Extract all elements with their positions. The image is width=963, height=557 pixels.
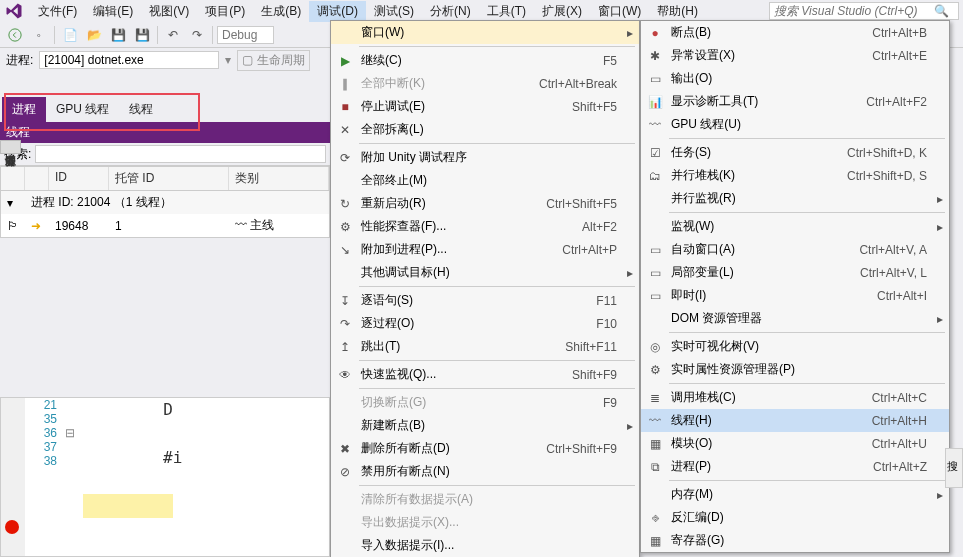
menu-view[interactable]: 视图(V) — [141, 1, 197, 22]
fold-column[interactable]: ⊟ — [65, 398, 83, 556]
menu-item[interactable]: ↻重新启动(R)Ctrl+Shift+F5 — [331, 192, 639, 215]
menu-label: 快速监视(Q)... — [357, 366, 572, 383]
current-arrow-icon: ➜ — [25, 219, 49, 233]
menu-build[interactable]: 生成(B) — [253, 1, 309, 22]
col-mid[interactable]: 托管 ID — [109, 167, 229, 190]
menu-item[interactable]: ▦模块(O)Ctrl+Alt+U — [641, 432, 949, 455]
menu-edit[interactable]: 编辑(E) — [85, 1, 141, 22]
menu-item[interactable]: 👁快速监视(Q)...Shift+F9 — [331, 363, 639, 386]
menu-item[interactable]: ⚙性能探查器(F)...Alt+F2 — [331, 215, 639, 238]
menu-label: 导出数据提示(X)... — [357, 514, 617, 531]
menu-item[interactable]: 窗口(W)▸ — [331, 21, 639, 44]
menu-item[interactable]: DOM 资源管理器▸ — [641, 307, 949, 330]
menu-item[interactable]: ☑任务(S)Ctrl+Shift+D, K — [641, 141, 949, 164]
nav-back-icon[interactable] — [4, 24, 26, 46]
menu-item[interactable]: ◎实时可视化树(V) — [641, 335, 949, 358]
redo-icon[interactable]: ↷ — [186, 24, 208, 46]
save-icon[interactable]: 💾 — [107, 24, 129, 46]
menu-item[interactable]: 〰线程(H)Ctrl+Alt+H — [641, 409, 949, 432]
menu-shortcut: Ctrl+Alt+V, A — [859, 243, 931, 257]
menu-test[interactable]: 测试(S) — [366, 1, 422, 22]
menu-item[interactable]: ≣调用堆栈(C)Ctrl+Alt+C — [641, 386, 949, 409]
col-id[interactable]: ID — [49, 167, 109, 190]
search-input[interactable] — [774, 4, 934, 18]
menu-item[interactable]: ■停止调试(E)Shift+F5 — [331, 95, 639, 118]
threads-grid: ID 托管 ID 类别 ▾进程 ID: 21004 （1 线程） 🏳 ➜ 196… — [0, 166, 330, 238]
grid-search-input[interactable] — [35, 145, 326, 163]
menu-debug[interactable]: 调试(D) — [309, 1, 366, 22]
menu-item[interactable]: 📊显示诊断工具(T)Ctrl+Alt+F2 — [641, 90, 949, 113]
menu-item[interactable]: ▭自动窗口(A)Ctrl+Alt+V, A — [641, 238, 949, 261]
menu-item[interactable]: ▦寄存器(G) — [641, 529, 949, 552]
flag-icon[interactable]: 🏳 — [1, 219, 25, 233]
menu-item[interactable]: ↷逐过程(O)F10 — [331, 312, 639, 335]
group-row[interactable]: ▾进程 ID: 21004 （1 线程） — [1, 191, 329, 214]
menu-item[interactable]: ⟳附加 Unity 调试程序 — [331, 146, 639, 169]
tab-process[interactable]: 进程 — [2, 97, 46, 122]
menu-item[interactable]: ⊘禁用所有断点(N) — [331, 460, 639, 483]
menu-help[interactable]: 帮助(H) — [649, 1, 706, 22]
menu-extensions[interactable]: 扩展(X) — [534, 1, 590, 22]
menu-tools[interactable]: 工具(T) — [479, 1, 534, 22]
lifecycle-button[interactable]: ▢ 生命周期 — [237, 50, 309, 71]
menu-shortcut: Ctrl+Shift+F9 — [546, 442, 621, 456]
config-select[interactable]: Debug — [217, 26, 274, 44]
breakpoint-icon[interactable] — [5, 520, 19, 534]
menu-item[interactable]: 🗂并行堆栈(K)Ctrl+Shift+D, S — [641, 164, 949, 187]
tab-gpu-threads[interactable]: GPU 线程 — [46, 97, 119, 122]
menu-item[interactable]: 并行监视(R)▸ — [641, 187, 949, 210]
table-row[interactable]: 🏳 ➜ 19648 1 〰 主线 — [1, 214, 329, 237]
menu-item[interactable]: ▭输出(O) — [641, 67, 949, 90]
menu-item[interactable]: 内存(M)▸ — [641, 483, 949, 506]
new-icon[interactable]: 📄 — [59, 24, 81, 46]
menu-item[interactable]: ⎆反汇编(D) — [641, 506, 949, 529]
menu-item[interactable]: 〰GPU 线程(U) — [641, 113, 949, 136]
tab-threads[interactable]: 线程 — [119, 97, 163, 122]
menu-label: 任务(S) — [667, 144, 847, 161]
menu-icon: 👁 — [333, 368, 357, 382]
menu-item[interactable]: ↥跳出(T)Shift+F11 — [331, 335, 639, 358]
menu-item[interactable]: ✕全部拆离(L) — [331, 118, 639, 141]
menu-item[interactable]: ⚙实时属性资源管理器(P) — [641, 358, 949, 381]
menu-file[interactable]: 文件(F) — [30, 1, 85, 22]
menu-label: 自动窗口(A) — [667, 241, 859, 258]
menu-item[interactable]: 其他调试目标(H)▸ — [331, 261, 639, 284]
menu-item[interactable]: ↘附加到进程(P)...Ctrl+Alt+P — [331, 238, 639, 261]
pane-tabs: 进程 GPU 线程 线程 线程 — [0, 95, 330, 143]
undo-icon[interactable]: ↶ — [162, 24, 184, 46]
open-icon[interactable]: 📂 — [83, 24, 105, 46]
menu-item[interactable]: ✱异常设置(X)Ctrl+Alt+E — [641, 44, 949, 67]
right-side-tab[interactable]: 搜 — [945, 448, 963, 488]
menu-label: 切换断点(G) — [357, 394, 603, 411]
menu-item[interactable]: ●断点(B)Ctrl+Alt+B — [641, 21, 949, 44]
menu-item[interactable]: ▭即时(I)Ctrl+Alt+I — [641, 284, 949, 307]
menu-item[interactable]: 新建断点(B)▸ — [331, 414, 639, 437]
menu-window[interactable]: 窗口(W) — [590, 1, 649, 22]
side-tab[interactable]: 服务器资源管理 — [0, 140, 21, 154]
menu-icon: 〰 — [643, 414, 667, 428]
menu-analyze[interactable]: 分析(N) — [422, 1, 479, 22]
menu-item[interactable]: ⧉进程(P)Ctrl+Alt+Z — [641, 455, 949, 478]
menu-separator — [359, 388, 635, 389]
menu-item[interactable]: 全部终止(M) — [331, 169, 639, 192]
menu-icon: ⊘ — [333, 465, 357, 479]
menu-item[interactable]: ▶继续(C)F5 — [331, 49, 639, 72]
quick-search[interactable]: 🔍 — [769, 2, 959, 20]
menu-item[interactable]: 监视(W)▸ — [641, 215, 949, 238]
menu-icon: ⚙ — [333, 220, 357, 234]
nav-fwd-icon[interactable]: ◦ — [28, 24, 50, 46]
submenu-arrow-icon: ▸ — [931, 220, 943, 234]
menu-shortcut: F11 — [596, 294, 621, 308]
menu-label: 反汇编(D) — [667, 509, 927, 526]
menu-item[interactable]: ▭局部变量(L)Ctrl+Alt+V, L — [641, 261, 949, 284]
menu-icon: ↥ — [333, 340, 357, 354]
save-all-icon[interactable]: 💾 — [131, 24, 153, 46]
code-body[interactable]: D #i — [83, 398, 182, 556]
menu-item[interactable]: ↧逐语句(S)F11 — [331, 289, 639, 312]
process-select[interactable]: [21004] dotnet.exe — [39, 51, 219, 69]
menu-project[interactable]: 项目(P) — [197, 1, 253, 22]
col-cat[interactable]: 类别 — [229, 167, 329, 190]
menu-item[interactable]: 导入数据提示(I)... — [331, 534, 639, 557]
submenu-arrow-icon: ▸ — [621, 26, 633, 40]
menu-item[interactable]: ✖删除所有断点(D)Ctrl+Shift+F9 — [331, 437, 639, 460]
